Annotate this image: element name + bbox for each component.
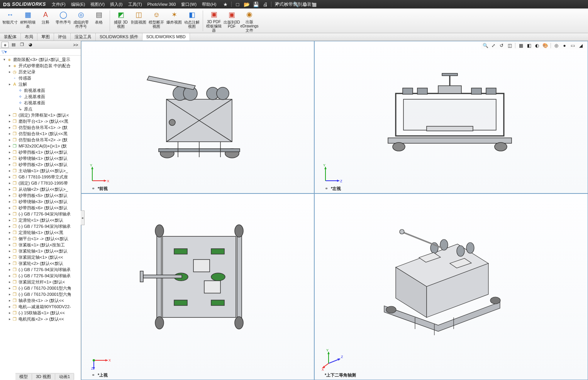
tree-twisty[interactable]: ▸ — [8, 144, 12, 148]
tree-item[interactable]: ✧右视基准面 — [1, 100, 81, 106]
tree-item[interactable]: ▸❒主动轴<1> (默认<<默认>_ — [1, 168, 81, 174]
tree-item[interactable]: ▸❒张紧轮<2> (默认<<默认 — [1, 260, 81, 266]
feature-tree-tab[interactable]: ⎈ — [2, 42, 8, 48]
zoom-area-icon[interactable]: ⤢ — [490, 42, 497, 49]
tree-twisty[interactable]: ▸ — [8, 311, 12, 315]
tree-item[interactable]: ▸❒张紧轮轴<1> (默认<<默认 — [1, 248, 81, 254]
tree-item[interactable]: ▸❒(-) GB / T276-94深沟球轴承 — [1, 211, 81, 217]
tree-twisty[interactable]: ▸ — [8, 255, 12, 259]
tree-item[interactable]: ▸❒(-) GB / T6170-20001型六角 — [1, 291, 81, 297]
save-icon[interactable]: 💾 — [252, 1, 260, 8]
tree-twisty[interactable]: ▸ — [8, 187, 12, 191]
tree-item[interactable]: ▸❒张紧固定轴<1> (默认<< — [1, 254, 81, 260]
note-button[interactable]: A注释 — [37, 9, 54, 32]
search-icon[interactable]: ★ — [221, 1, 230, 8]
tab-布局[interactable]: 布局 — [21, 33, 37, 41]
tree-item[interactable]: ▸❒(-) GB / T276-94深沟球轴承 — [1, 266, 81, 273]
tree-item[interactable]: ▸❒(-) GB / T276-94深沟球轴承 — [1, 223, 81, 229]
wireframe-icon[interactable]: ▭ — [569, 42, 576, 49]
tree-twisty[interactable]: ▸ — [8, 218, 12, 222]
tree-item[interactable]: ▸❒侧平台<1> -> (默认<<默认 — [1, 236, 81, 242]
tree-item[interactable]: ▸❒电机—减速箱90YT60DV22- — [1, 304, 81, 310]
tree-twisty[interactable]: ▸ — [8, 280, 12, 284]
config-tab[interactable]: ❐ — [19, 42, 25, 48]
tree-twisty[interactable]: ▸ — [8, 274, 12, 278]
tree-twisty[interactable]: ▸ — [8, 268, 12, 271]
tree-item[interactable]: ▸❒(-) GB / T6170-20001型六角 — [1, 285, 81, 291]
tree-twisty[interactable]: ▸ — [8, 243, 12, 247]
tree-item[interactable]: ▸❒(-) GB / T276-94深沟球轴承 — [1, 273, 81, 279]
appearance-tab[interactable]: ◕ — [27, 42, 34, 48]
tree-item[interactable]: ▾⎈磨削装配<3> (默认<默认_显示 — [1, 56, 81, 63]
tree-filter[interactable]: ▽▾ — [0, 49, 81, 56]
tree-twisty[interactable]: ▸ — [8, 224, 12, 228]
tree-item[interactable]: ✧前视基准面 — [1, 87, 81, 93]
tree-item[interactable]: ▸❒仿型贴合块<1> (默认<<黑 — [1, 131, 81, 137]
tree-item[interactable]: ↳原点 — [1, 106, 81, 112]
panel-collapse-handle[interactable]: ◂ — [81, 210, 85, 225]
tree-twisty[interactable]: ▸ — [8, 249, 12, 253]
viewport-front[interactable]: XY ⚭ *前视 — [81, 41, 314, 193]
tree-item[interactable]: ▸❒(固定) 升降框架<1> (默认< — [1, 112, 81, 118]
bottom-tab-动画1[interactable]: 动画1 — [55, 374, 74, 380]
property-tab[interactable]: ▤ — [10, 42, 17, 48]
bottom-tab-模型[interactable]: 模型 — [15, 374, 32, 380]
tree-twisty[interactable]: ▸ — [8, 150, 12, 154]
smart-dimension-button[interactable]: ↔智能尺寸 — [2, 9, 19, 32]
tree-twisty[interactable]: ▸ — [8, 82, 12, 86]
tree-twisty[interactable]: ▸ — [8, 206, 12, 210]
tab-SOLIDWORKS MBD[interactable]: SOLIDWORKS MBD — [142, 33, 190, 41]
tables-button[interactable]: ▤表格 — [90, 9, 107, 32]
menu-窗口(W)[interactable]: 窗口(W) — [178, 0, 199, 8]
tree-twisty[interactable]: ▸ — [8, 299, 12, 302]
tree-twisty[interactable]: ▸ — [8, 237, 12, 241]
viewport-iso[interactable]: ZYX *上下二等角轴测 — [314, 193, 588, 380]
3d-pdf-template-button[interactable]: ▣3D PDF模板编辑器 — [205, 9, 222, 32]
tree-item[interactable]: ▸❒张紧板<1> (默认<按加工 — [1, 242, 81, 248]
tab-渲染工具[interactable]: 渲染工具 — [71, 33, 96, 41]
tree-twisty[interactable]: ▸ — [8, 70, 12, 74]
section-icon[interactable]: ◫ — [506, 42, 513, 49]
tree-item[interactable]: ▸◷历史记录 — [1, 69, 81, 75]
bom-button[interactable]: ▦材料明细表 — [19, 9, 36, 32]
tab-评估[interactable]: 评估 — [54, 33, 71, 41]
menu-帮助(H)[interactable]: 帮助(H) — [199, 0, 219, 8]
bottom-tab-3D 视图[interactable]: 3D 视图 — [32, 374, 55, 380]
menu-插入(I)[interactable]: 插入(I) — [107, 0, 125, 8]
section-view-button[interactable]: ◫剖面视图 — [130, 9, 147, 32]
tab-草图[interactable]: 草图 — [37, 33, 54, 41]
tree-twisty[interactable]: ▸ — [8, 231, 12, 234]
publish-3dpdf-button[interactable]: ▣出版到3D PDF — [223, 9, 240, 32]
tree-twisty[interactable]: ▸ — [8, 119, 12, 123]
tree-item[interactable]: ▸❒定滑轮<1> (默认<<默认 — [1, 217, 81, 223]
feature-tree[interactable]: ▾⎈磨削装配<3> (默认<默认_显示▸⎈开式砂带磨削总装 中的配合▸◷历史记录… — [0, 56, 81, 380]
scene-icon[interactable]: ◎ — [553, 42, 560, 49]
tree-twisty[interactable]: ▸ — [8, 138, 12, 142]
tree-twisty[interactable]: ▸ — [8, 126, 12, 129]
tree-item[interactable]: ▸❒GB / T7810-1995带立式座 — [1, 174, 81, 180]
tree-item[interactable]: ▸❒砂带挡板<6> (默认<<默认 — [1, 205, 81, 211]
tree-item[interactable]: ▸❒定滑轮轴<1> (默认<<黑 — [1, 229, 81, 236]
open-icon[interactable]: 📂 — [242, 1, 251, 8]
tree-item[interactable]: ▸❒从动轴<2> (默认<<默认>_ — [1, 186, 81, 192]
render-icon[interactable]: ● — [561, 42, 568, 49]
publish-edrawings-button[interactable]: ◉出版eDrawings文件 — [241, 9, 258, 32]
menu-PhotoView 360[interactable]: PhotoView 360 — [145, 0, 179, 8]
tree-item[interactable]: ▸❒(固定) GB / T7810-1995带 — [1, 180, 81, 186]
tree-item[interactable]: ▸❒砂带挡板<5> (默认<<默认 — [1, 192, 81, 198]
tree-twisty[interactable]: ▸ — [8, 175, 12, 179]
tab-SOLIDWORKS 插件[interactable]: SOLIDWORKS 插件 — [96, 33, 142, 41]
tree-item[interactable]: ▸❒轴承垫块<1> -> (默认<< — [1, 297, 81, 304]
menu-文件(F)[interactable]: 文件(F) — [49, 0, 68, 8]
tree-item[interactable]: ▸A注解 — [1, 81, 81, 87]
tree-item[interactable]: ▸⎈开式砂带磨削总装 中的配合 — [1, 63, 81, 69]
tree-twisty[interactable]: ▸ — [8, 286, 12, 290]
shadow-icon[interactable]: ◢ — [577, 42, 584, 49]
tree-item[interactable]: ▸❒砂带绕轴<1> (默认<<默认 — [1, 155, 81, 161]
tree-expand-button[interactable]: >> — [72, 42, 79, 48]
balloon-button[interactable]: ◯零件序号 — [55, 9, 72, 32]
prev-view-icon[interactable]: ↺ — [498, 42, 505, 49]
display-style-icon[interactable]: ◧ — [525, 42, 532, 49]
tree-twisty[interactable]: ▸ — [8, 156, 12, 160]
tree-twisty[interactable]: ▸ — [8, 317, 12, 321]
